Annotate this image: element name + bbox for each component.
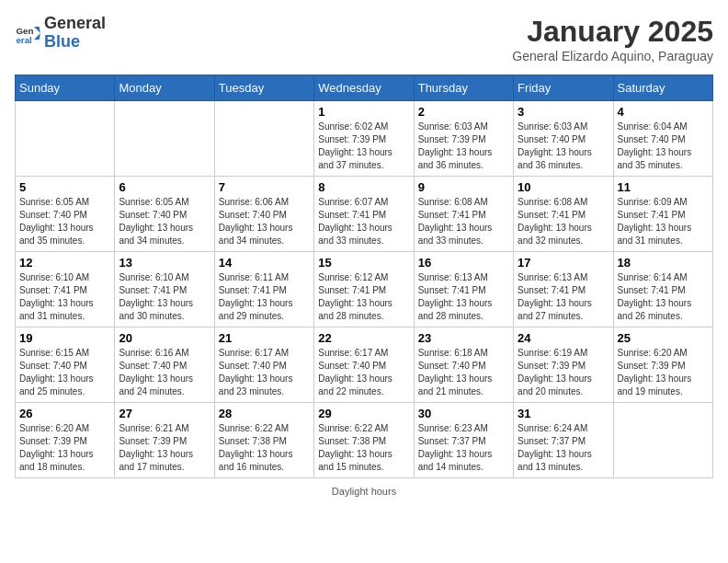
calendar-cell: 11Sunrise: 6:09 AM Sunset: 7:41 PM Dayli… [613, 177, 712, 252]
calendar-cell: 20Sunrise: 6:16 AM Sunset: 7:40 PM Dayli… [115, 327, 214, 403]
calendar-cell: 19Sunrise: 6:15 AM Sunset: 7:40 PM Dayli… [16, 327, 115, 403]
calendar-cell [115, 101, 214, 177]
day-number: 19 [19, 331, 110, 345]
day-number: 28 [219, 407, 310, 420]
day-number: 14 [219, 256, 310, 270]
day-info: Sunrise: 6:03 AM Sunset: 7:40 PM Dayligh… [518, 121, 609, 172]
calendar-cell: 12Sunrise: 6:10 AM Sunset: 7:41 PM Dayli… [16, 252, 115, 327]
page-header: Gen eral General Blue January 2025 Gener… [15, 15, 713, 63]
calendar-cell: 6Sunrise: 6:05 AM Sunset: 7:40 PM Daylig… [115, 177, 214, 252]
calendar-body: 1Sunrise: 6:02 AM Sunset: 7:39 PM Daylig… [16, 101, 713, 478]
day-number: 21 [219, 331, 310, 345]
day-number: 30 [418, 407, 509, 420]
weekday-header-saturday: Saturday [613, 75, 712, 101]
day-info: Sunrise: 6:04 AM Sunset: 7:40 PM Dayligh… [618, 121, 709, 172]
day-info: Sunrise: 6:10 AM Sunset: 7:41 PM Dayligh… [119, 271, 210, 323]
day-number: 25 [618, 331, 709, 345]
calendar-week-2: 5Sunrise: 6:05 AM Sunset: 7:40 PM Daylig… [16, 177, 713, 252]
calendar-cell: 5Sunrise: 6:05 AM Sunset: 7:40 PM Daylig… [16, 177, 115, 252]
logo-blue: Blue [44, 33, 106, 52]
calendar-cell: 21Sunrise: 6:17 AM Sunset: 7:40 PM Dayli… [214, 327, 313, 403]
calendar-week-1: 1Sunrise: 6:02 AM Sunset: 7:39 PM Daylig… [16, 101, 713, 177]
weekday-header-thursday: Thursday [414, 75, 513, 101]
weekday-header-monday: Monday [115, 75, 214, 101]
calendar-cell: 22Sunrise: 6:17 AM Sunset: 7:40 PM Dayli… [314, 327, 414, 403]
calendar-cell: 13Sunrise: 6:10 AM Sunset: 7:41 PM Dayli… [115, 252, 214, 327]
day-number: 4 [618, 105, 709, 119]
svg-marker-2 [34, 27, 40, 40]
day-info: Sunrise: 6:14 AM Sunset: 7:41 PM Dayligh… [618, 271, 709, 323]
logo-general: General [44, 15, 106, 33]
calendar-cell: 15Sunrise: 6:12 AM Sunset: 7:41 PM Dayli… [314, 252, 414, 327]
calendar-cell: 30Sunrise: 6:23 AM Sunset: 7:37 PM Dayli… [414, 403, 513, 478]
calendar-table: SundayMondayTuesdayWednesdayThursdayFrid… [15, 75, 713, 478]
day-info: Sunrise: 6:06 AM Sunset: 7:40 PM Dayligh… [219, 196, 310, 247]
calendar-cell [214, 101, 313, 177]
day-info: Sunrise: 6:08 AM Sunset: 7:41 PM Dayligh… [418, 196, 509, 247]
calendar-header: SundayMondayTuesdayWednesdayThursdayFrid… [16, 75, 713, 101]
day-info: Sunrise: 6:13 AM Sunset: 7:41 PM Dayligh… [518, 271, 609, 323]
day-info: Sunrise: 6:02 AM Sunset: 7:39 PM Dayligh… [318, 121, 409, 172]
day-info: Sunrise: 6:11 AM Sunset: 7:41 PM Dayligh… [219, 271, 310, 323]
day-number: 10 [518, 180, 609, 194]
day-number: 12 [19, 256, 110, 270]
day-info: Sunrise: 6:22 AM Sunset: 7:38 PM Dayligh… [219, 422, 310, 474]
day-info: Sunrise: 6:05 AM Sunset: 7:40 PM Dayligh… [19, 196, 110, 247]
day-info: Sunrise: 6:07 AM Sunset: 7:41 PM Dayligh… [318, 196, 409, 247]
day-number: 8 [318, 180, 409, 194]
calendar-week-3: 12Sunrise: 6:10 AM Sunset: 7:41 PM Dayli… [16, 252, 713, 327]
calendar-cell: 4Sunrise: 6:04 AM Sunset: 7:40 PM Daylig… [613, 101, 712, 177]
logo-icon: Gen eral [15, 20, 40, 46]
calendar-cell: 10Sunrise: 6:08 AM Sunset: 7:41 PM Dayli… [514, 177, 613, 252]
weekday-header-wednesday: Wednesday [314, 75, 414, 101]
day-number: 27 [119, 407, 210, 420]
day-number: 31 [518, 407, 609, 420]
calendar-cell [613, 403, 712, 478]
calendar-cell: 26Sunrise: 6:20 AM Sunset: 7:39 PM Dayli… [16, 403, 115, 478]
subtitle: General Elizardo Aquino, Paraguay [512, 49, 713, 63]
calendar-cell: 28Sunrise: 6:22 AM Sunset: 7:38 PM Dayli… [214, 403, 313, 478]
calendar-week-5: 26Sunrise: 6:20 AM Sunset: 7:39 PM Dayli… [16, 403, 713, 478]
day-number: 2 [418, 105, 509, 119]
day-number: 23 [418, 331, 509, 345]
day-info: Sunrise: 6:18 AM Sunset: 7:40 PM Dayligh… [418, 347, 509, 398]
day-info: Sunrise: 6:17 AM Sunset: 7:40 PM Dayligh… [219, 347, 310, 398]
day-info: Sunrise: 6:20 AM Sunset: 7:39 PM Dayligh… [618, 347, 709, 398]
day-number: 11 [618, 180, 709, 194]
calendar-cell: 3Sunrise: 6:03 AM Sunset: 7:40 PM Daylig… [514, 101, 613, 177]
day-number: 13 [119, 256, 210, 270]
day-info: Sunrise: 6:03 AM Sunset: 7:39 PM Dayligh… [418, 121, 509, 172]
calendar-week-4: 19Sunrise: 6:15 AM Sunset: 7:40 PM Dayli… [16, 327, 713, 403]
calendar-cell: 1Sunrise: 6:02 AM Sunset: 7:39 PM Daylig… [314, 101, 414, 177]
weekday-header-tuesday: Tuesday [214, 75, 313, 101]
day-number: 24 [518, 331, 609, 345]
day-info: Sunrise: 6:21 AM Sunset: 7:39 PM Dayligh… [119, 422, 210, 474]
day-info: Sunrise: 6:22 AM Sunset: 7:38 PM Dayligh… [318, 422, 409, 474]
calendar-cell: 17Sunrise: 6:13 AM Sunset: 7:41 PM Dayli… [514, 252, 613, 327]
day-number: 9 [418, 180, 509, 194]
weekday-header-sunday: Sunday [16, 75, 115, 101]
calendar-cell: 8Sunrise: 6:07 AM Sunset: 7:41 PM Daylig… [314, 177, 414, 252]
day-info: Sunrise: 6:24 AM Sunset: 7:37 PM Dayligh… [518, 422, 609, 474]
daylight-label: Daylight hours [332, 486, 396, 497]
calendar-cell: 9Sunrise: 6:08 AM Sunset: 7:41 PM Daylig… [414, 177, 513, 252]
calendar-cell: 18Sunrise: 6:14 AM Sunset: 7:41 PM Dayli… [613, 252, 712, 327]
calendar-cell: 24Sunrise: 6:19 AM Sunset: 7:39 PM Dayli… [514, 327, 613, 403]
day-number: 16 [418, 256, 509, 270]
day-info: Sunrise: 6:05 AM Sunset: 7:40 PM Dayligh… [119, 196, 210, 247]
day-number: 3 [518, 105, 609, 119]
day-number: 6 [119, 180, 210, 194]
day-info: Sunrise: 6:16 AM Sunset: 7:40 PM Dayligh… [119, 347, 210, 398]
day-number: 26 [19, 407, 110, 420]
calendar-cell: 14Sunrise: 6:11 AM Sunset: 7:41 PM Dayli… [214, 252, 313, 327]
footer: Daylight hours [15, 486, 713, 497]
day-number: 1 [318, 105, 409, 119]
weekday-header-friday: Friday [514, 75, 613, 101]
calendar-cell [16, 101, 115, 177]
svg-text:eral: eral [16, 35, 32, 45]
calendar-cell: 7Sunrise: 6:06 AM Sunset: 7:40 PM Daylig… [214, 177, 313, 252]
calendar-cell: 29Sunrise: 6:22 AM Sunset: 7:38 PM Dayli… [314, 403, 414, 478]
calendar-cell: 23Sunrise: 6:18 AM Sunset: 7:40 PM Dayli… [414, 327, 513, 403]
day-info: Sunrise: 6:19 AM Sunset: 7:39 PM Dayligh… [518, 347, 609, 398]
day-info: Sunrise: 6:20 AM Sunset: 7:39 PM Dayligh… [19, 422, 110, 474]
